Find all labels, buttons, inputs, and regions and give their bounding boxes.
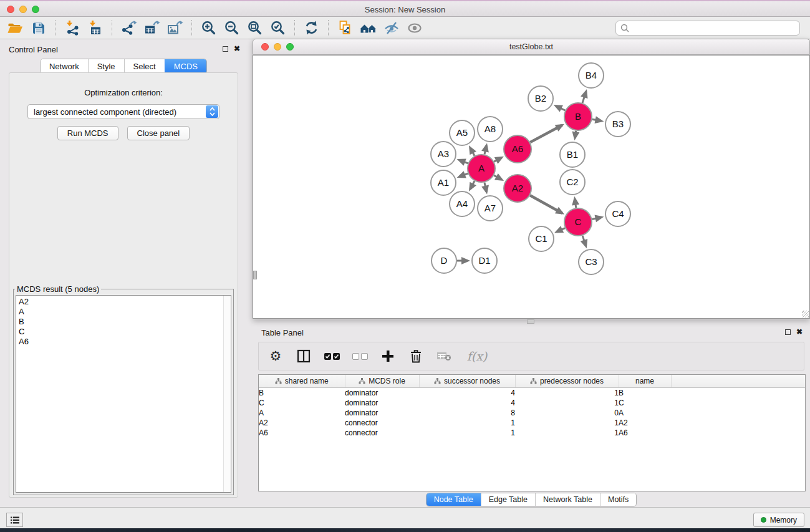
graph-edge-C-C2[interactable]: [575, 199, 576, 208]
graph-edge-A-A4[interactable]: [470, 181, 475, 189]
vertical-scroll-thumb[interactable]: [253, 271, 257, 279]
table-row[interactable]: Bdominator41B: [259, 388, 805, 399]
export-table-button[interactable]: [140, 19, 163, 37]
export-image-button[interactable]: [163, 19, 186, 37]
table-cell[interactable]: 1: [419, 428, 515, 438]
graph-edge-A-A8[interactable]: [485, 145, 486, 154]
criterion-dropdown[interactable]: largest connected component (directed): [27, 104, 219, 119]
column-header-shared-name[interactable]: shared name: [259, 375, 345, 388]
table-row[interactable]: Cdominator41C: [259, 398, 805, 408]
graph-edge-B-B1[interactable]: [575, 131, 576, 138]
result-scrollbar[interactable]: [223, 296, 231, 492]
table-cell[interactable]: connector: [345, 418, 419, 428]
result-item[interactable]: A: [19, 307, 228, 317]
graph-edge-C-C1[interactable]: [557, 228, 566, 232]
table-cell[interactable]: 8: [419, 408, 515, 418]
search-input[interactable]: [632, 22, 795, 33]
import-network-button[interactable]: [60, 19, 84, 37]
table-cell[interactable]: dominator: [345, 398, 419, 408]
graph-edge-A-A1[interactable]: [459, 173, 468, 177]
float-panel-icon[interactable]: [223, 46, 228, 52]
result-item[interactable]: A2: [19, 297, 228, 307]
tab-mcds[interactable]: MCDS: [165, 59, 206, 74]
graph-edge-A-A5[interactable]: [470, 148, 475, 156]
new-network-from-selection-button[interactable]: [334, 19, 357, 37]
graph-edge-A-A7[interactable]: [485, 182, 486, 191]
table-cell[interactable]: 1: [419, 418, 515, 428]
table-cell[interactable]: connector: [345, 428, 419, 438]
zoom-fit-button[interactable]: [243, 19, 266, 37]
search-field[interactable]: [615, 21, 800, 36]
tab-network[interactable]: Network: [41, 59, 88, 74]
tab-motifs[interactable]: Motifs: [600, 493, 636, 506]
graph-edge-C-C4[interactable]: [592, 217, 602, 219]
select-all-rows-button[interactable]: [324, 347, 340, 365]
resize-grip-icon[interactable]: [802, 311, 809, 317]
column-header-mcds-role[interactable]: MCDS role: [345, 375, 419, 388]
run-mcds-button[interactable]: Run MCDS: [57, 126, 118, 140]
column-header-predecessor-nodes[interactable]: predecessor nodes: [515, 375, 619, 388]
table-cell[interactable]: B: [259, 388, 345, 399]
float-table-panel-icon[interactable]: [785, 329, 791, 335]
tab-select[interactable]: Select: [124, 59, 165, 74]
memory-button[interactable]: Memory: [753, 513, 804, 527]
export-network-button[interactable]: [117, 19, 140, 37]
column-header-name[interactable]: name: [619, 375, 671, 388]
tab-edge-table[interactable]: Edge Table: [481, 493, 535, 506]
graph-edge-A6-B[interactable]: [530, 125, 562, 142]
refresh-button[interactable]: [300, 19, 323, 37]
deselect-all-rows-button[interactable]: [352, 347, 368, 365]
table-cell[interactable]: 0: [515, 408, 619, 418]
table-cell[interactable]: C: [259, 398, 345, 408]
graph-edge-B-B2[interactable]: [556, 106, 565, 110]
result-item[interactable]: A6: [19, 337, 228, 347]
horizontal-scroll-thumb[interactable]: [527, 319, 534, 324]
result-item[interactable]: C: [19, 327, 228, 337]
graph-edge-B-B3[interactable]: [592, 119, 602, 121]
table-options-button[interactable]: ⚙: [268, 347, 284, 365]
table-row[interactable]: A2connector11A2: [259, 418, 805, 428]
close-panel-button[interactable]: Close panel: [127, 126, 190, 140]
add-column-button[interactable]: [380, 347, 396, 365]
open-file-button[interactable]: [4, 19, 27, 37]
import-table-button[interactable]: [84, 19, 107, 37]
result-item[interactable]: B: [19, 317, 228, 327]
table-cell[interactable]: 1: [515, 398, 619, 408]
first-neighbors-button[interactable]: [357, 19, 380, 37]
table-cell[interactable]: C: [619, 398, 671, 408]
table-cell[interactable]: A2: [619, 418, 671, 428]
table-cell[interactable]: dominator: [345, 388, 419, 399]
table-cell[interactable]: 1: [515, 428, 619, 438]
table-row[interactable]: Adominator80A: [259, 408, 805, 418]
graph-edge-B-B4[interactable]: [582, 92, 586, 103]
save-session-button[interactable]: [27, 19, 50, 37]
table-row[interactable]: A6connector11A6: [259, 428, 805, 438]
network-window-titlebar[interactable]: testGlobe.txt: [253, 39, 810, 55]
table-cell[interactable]: A: [619, 408, 671, 418]
delete-columns-button[interactable]: [408, 347, 424, 365]
tab-style[interactable]: Style: [88, 59, 124, 74]
table-cell[interactable]: 1: [515, 388, 619, 399]
graph-edge-A-A6[interactable]: [494, 158, 501, 162]
table-cell[interactable]: B: [619, 388, 671, 399]
task-history-button[interactable]: [6, 513, 23, 527]
show-columns-button[interactable]: [296, 347, 312, 365]
table-cell[interactable]: A: [259, 408, 345, 418]
zoom-out-button[interactable]: [220, 19, 243, 37]
column-header-successor-nodes[interactable]: successor nodes: [419, 375, 515, 388]
graph-edge-A-A3[interactable]: [459, 160, 468, 163]
table-cell[interactable]: 4: [419, 388, 515, 399]
graph-edge-A2-C[interactable]: [530, 195, 562, 213]
table-cell[interactable]: 4: [419, 398, 515, 408]
table-cell[interactable]: A6: [619, 428, 671, 438]
close-panel-icon[interactable]: ✖: [234, 46, 240, 52]
graph-edge-C-C3[interactable]: [582, 236, 586, 246]
hide-graphics-details-button[interactable]: [380, 19, 403, 37]
zoom-selected-button[interactable]: [266, 19, 289, 37]
network-overview-button[interactable]: [403, 19, 426, 37]
tab-node-table[interactable]: Node Table: [427, 493, 481, 506]
graph-edge-A-A2[interactable]: [494, 175, 501, 180]
zoom-in-button[interactable]: [197, 19, 220, 37]
network-graph[interactable]: B4B2BB3A8A5A6A3B1AC2A1A2A4A7C4CC1C3DD1: [253, 56, 809, 319]
table-cell[interactable]: dominator: [345, 408, 419, 418]
